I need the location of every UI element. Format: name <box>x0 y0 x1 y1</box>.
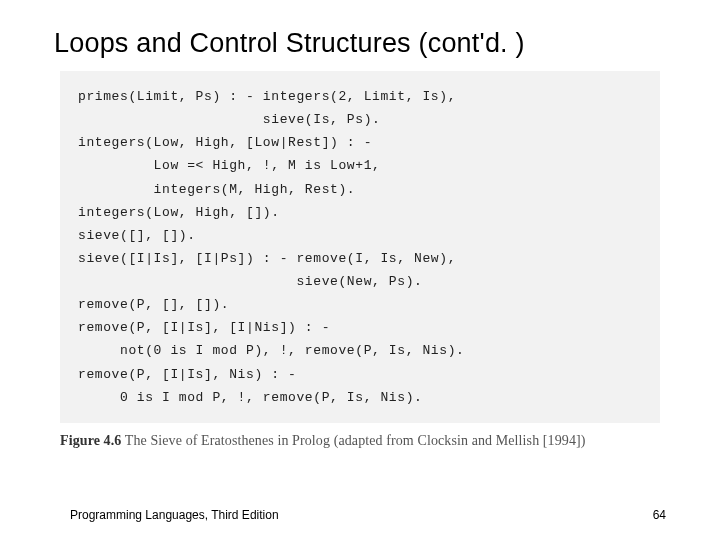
code-block: primes(Limit, Ps) : - integers(2, Limit,… <box>60 71 660 423</box>
page-title: Loops and Control Structures (cont'd. ) <box>0 0 720 59</box>
slide-container: Loops and Control Structures (cont'd. ) … <box>0 0 720 540</box>
figure-label: Figure 4.6 <box>60 433 121 448</box>
footer: Programming Languages, Third Edition 64 <box>0 508 720 522</box>
footer-book: Programming Languages, Third Edition <box>70 508 279 522</box>
figure-caption-body: The Sieve of Eratosthenes in Prolog (ada… <box>125 433 586 448</box>
footer-page-number: 64 <box>653 508 666 522</box>
figure-caption: Figure 4.6 The Sieve of Eratosthenes in … <box>60 433 660 449</box>
